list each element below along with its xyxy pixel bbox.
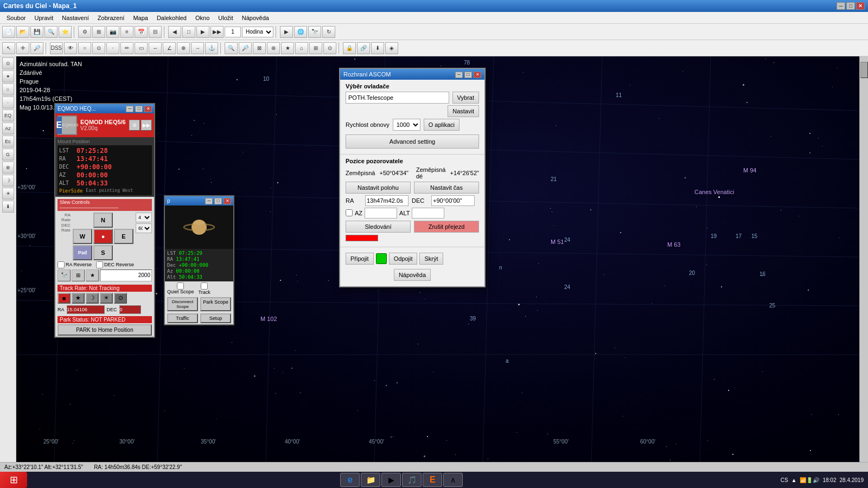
slew-n[interactable]: N — [93, 213, 113, 228]
scope-icon-btn[interactable]: 🔭 — [58, 269, 71, 281]
ascom-close[interactable]: ✕ — [474, 72, 481, 78]
tb-refresh[interactable]: ↻ — [322, 26, 335, 38]
menu-ulozit[interactable]: Uložit — [214, 14, 238, 22]
tb2-anchor[interactable]: ⚓ — [205, 42, 218, 54]
sb-btn-5[interactable]: EQ — [2, 110, 14, 121]
park-scope-btn[interactable]: Park Scope — [200, 297, 231, 311]
menu-dalekohled[interactable]: Dalekohled — [152, 14, 191, 22]
grid-icon-btn[interactable]: ⊞ — [72, 269, 85, 281]
scope-close[interactable]: ✕ — [224, 198, 231, 204]
ascom-ra-field[interactable] — [365, 195, 409, 206]
track-btn3[interactable]: ☽ — [86, 293, 99, 304]
taskbar-scope2[interactable]: ∧ — [443, 473, 463, 487]
ascom-refresh-select[interactable]: 1000 500 2000 — [393, 119, 420, 131]
tb-table[interactable]: ⊟ — [149, 26, 162, 38]
slew-s[interactable]: S — [93, 245, 113, 260]
taskbar-music[interactable]: 🎵 — [402, 473, 422, 487]
tb2-cursor[interactable]: ↖ — [2, 42, 15, 54]
dec-rate-select[interactable]: 60 — [136, 223, 152, 233]
close-btn[interactable]: ✕ — [856, 2, 865, 10]
eqmod-minimize[interactable]: ─ — [126, 106, 133, 112]
slew-e[interactable]: E — [114, 229, 133, 244]
tb2-dss[interactable]: DSS — [50, 42, 63, 54]
dec-reverse-check[interactable] — [96, 261, 103, 268]
sb-btn-10[interactable]: ☽ — [2, 175, 14, 187]
eqmod-close[interactable]: ✕ — [144, 106, 152, 112]
sb-btn-8[interactable]: G — [2, 149, 14, 160]
tb-star[interactable]: ⭐ — [59, 26, 72, 38]
track-btn2[interactable]: ★ — [72, 293, 85, 304]
tb2-link[interactable]: 🔗 — [357, 42, 370, 54]
tb2-target[interactable]: ⊙ — [92, 42, 105, 54]
eqmod-btn1[interactable]: ⚙ — [129, 120, 140, 131]
ascom-zrusit-btn[interactable]: Zrušit přejezd — [414, 221, 479, 233]
disconnect-scope-btn[interactable]: DisconnectScope — [167, 297, 198, 311]
tb-settings[interactable]: ⚙ — [78, 26, 91, 38]
sb-btn-9[interactable]: ⊕ — [2, 162, 14, 174]
tb2-find[interactable]: ⊛ — [267, 42, 280, 54]
ra-reverse-check[interactable] — [58, 261, 65, 268]
tb-ff[interactable]: ▶▶ — [210, 26, 224, 38]
ascom-nastavit-btn[interactable]: Nastavit — [448, 105, 479, 117]
ascom-sledovani-btn[interactable]: Sledování — [346, 221, 411, 233]
menu-upravit[interactable]: Upravit — [30, 14, 58, 22]
ascom-advanced-btn[interactable]: Advanced setting — [346, 134, 479, 149]
sb-btn-2[interactable]: ✦ — [2, 70, 14, 82]
tb2-zoom-in[interactable]: 🔍 — [225, 42, 238, 54]
sb-btn-4[interactable]: · — [2, 97, 14, 108]
menu-nastaveni[interactable]: Nastavení — [58, 14, 93, 22]
sb-btn-3[interactable]: ○ — [2, 84, 14, 95]
start-button[interactable]: ⊞ — [0, 472, 27, 488]
maximize-btn[interactable]: □ — [846, 2, 855, 10]
menu-mapa[interactable]: Mapa — [129, 14, 152, 22]
ascom-nastavit-cas-btn[interactable]: Nastavit čas — [414, 182, 479, 194]
ascom-odpojit-btn[interactable]: Odpojit — [389, 253, 418, 265]
tb2-arrow[interactable]: → — [191, 42, 204, 54]
tb2-dot[interactable]: · — [106, 42, 119, 54]
scope-minimize[interactable]: ─ — [205, 198, 213, 204]
ascom-minimize[interactable]: ─ — [455, 72, 463, 78]
tb-open[interactable]: 📂 — [16, 26, 29, 38]
menu-zobrazeni[interactable]: Zobrazení — [93, 14, 129, 22]
time-unit-select[interactable]: Hodina — [242, 27, 273, 37]
tb2-marker[interactable]: ◈ — [385, 42, 398, 54]
track-btn5[interactable]: ⊙ — [114, 293, 127, 304]
tb2-star2[interactable]: ★ — [281, 42, 294, 54]
tb2-zoom-fit[interactable]: ⊠ — [253, 42, 266, 54]
tb2-pen[interactable]: ✏ — [120, 42, 133, 54]
tb-globe[interactable]: 🌐 — [294, 26, 307, 38]
tb-new[interactable]: 📄 — [2, 26, 15, 38]
sb-btn-11[interactable]: ☀ — [2, 188, 14, 200]
menu-napoveda[interactable]: Nápověda — [238, 14, 273, 22]
step-input[interactable] — [225, 27, 241, 37]
ascom-az-field[interactable] — [365, 208, 397, 219]
sb-btn-6[interactable]: Az — [2, 123, 14, 134]
tb-tele[interactable]: 🔭 — [308, 26, 321, 38]
ascom-nastavit-polohu-btn[interactable]: Nastavit polohu — [346, 182, 411, 194]
ra-value-input[interactable] — [67, 305, 105, 314]
ascom-skryt-btn[interactable]: Skrýt — [419, 253, 443, 265]
tb-left[interactable]: ◀ — [168, 26, 181, 38]
menu-okno[interactable]: Okno — [191, 14, 214, 22]
taskbar-media[interactable]: ▶ — [381, 473, 401, 487]
ascom-vybrat-btn[interactable]: Vybrat — [452, 92, 479, 104]
tb2-circle[interactable]: ○ — [78, 42, 91, 54]
ascom-telescope-input[interactable] — [346, 92, 449, 104]
sb-btn-12[interactable]: ⬇ — [2, 201, 14, 213]
slew-stop[interactable]: ● — [93, 229, 113, 244]
tb-cam[interactable]: 📷 — [106, 26, 119, 38]
ascom-o-aplikaci-btn[interactable]: O aplikaci — [424, 119, 459, 131]
taskbar-eqmod[interactable]: E — [423, 473, 442, 487]
tb2-angle[interactable]: ∠ — [163, 42, 176, 54]
menu-soubor[interactable]: Soubor — [2, 14, 30, 22]
tb2-zoom-out[interactable]: 🔎 — [239, 42, 252, 54]
minimize-btn[interactable]: ─ — [837, 2, 845, 10]
scroll-handle[interactable] — [860, 62, 868, 78]
eqmod-maximize[interactable]: □ — [135, 106, 143, 112]
track-stop-btn[interactable]: ■ — [58, 293, 71, 304]
ra-rate-select[interactable]: 4 — [136, 213, 152, 222]
ascom-dec-field[interactable] — [431, 195, 475, 206]
tb2-cross2[interactable]: ⊕ — [177, 42, 190, 54]
tb2-download[interactable]: ⬇ — [371, 42, 384, 54]
taskbar-ie[interactable]: e — [340, 473, 360, 487]
